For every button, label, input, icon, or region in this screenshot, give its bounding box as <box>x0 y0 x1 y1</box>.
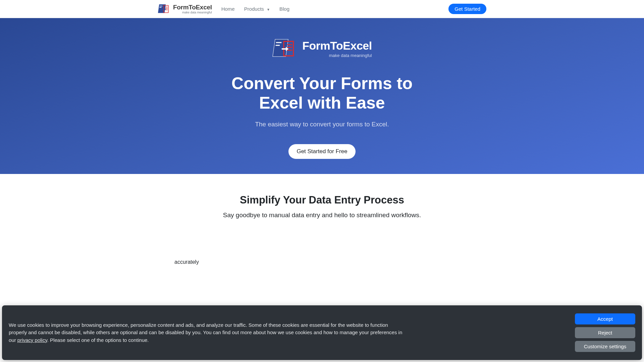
nav-products-dropdown[interactable]: Products ▼ <box>244 6 270 12</box>
hero-subtitle: The easiest way to convert your forms to… <box>7 121 637 128</box>
get-started-button[interactable]: Get Started <box>448 4 486 14</box>
feature-partial-text: accurately <box>174 259 262 265</box>
svg-rect-8 <box>287 47 292 48</box>
section-title: Simplify Your Data Entry Process <box>7 194 637 206</box>
brand-logo-link[interactable]: FormToExcel make data meaningful <box>158 3 212 15</box>
hero-brand-name: FormToExcel <box>302 40 372 51</box>
nav-products-label: Products <box>244 6 264 12</box>
brand-tagline: make data meaningful <box>182 11 212 14</box>
nav-left: FormToExcel make data meaningful Home Pr… <box>158 3 289 15</box>
svg-rect-3 <box>165 8 168 9</box>
navbar: FormToExcel make data meaningful Home Pr… <box>0 0 644 18</box>
brand-logo-icon <box>158 3 170 15</box>
svg-rect-9 <box>287 50 292 51</box>
svg-rect-6 <box>276 45 280 46</box>
brand-name: FormToExcel <box>173 4 212 10</box>
hero-logo: FormToExcel make data meaningful <box>272 37 372 61</box>
nav-blog[interactable]: Blog <box>279 6 289 12</box>
svg-rect-5 <box>276 42 282 43</box>
nav-home[interactable]: Home <box>221 6 235 12</box>
svg-rect-1 <box>159 7 161 8</box>
features-row: accurately <box>158 259 486 265</box>
chevron-down-icon: ▼ <box>267 8 270 11</box>
nav-links: Home Products ▼ Blog <box>221 6 289 12</box>
hero-brand-text: FormToExcel make data meaningful <box>302 40 372 58</box>
simplify-section: Simplify Your Data Entry Process Say goo… <box>0 174 644 232</box>
svg-rect-2 <box>165 7 168 7</box>
get-started-free-button[interactable]: Get Started for Free <box>288 144 355 159</box>
svg-rect-7 <box>287 44 292 45</box>
hero-logo-icon <box>272 37 296 61</box>
section-subtitle: Say goodbye to manual data entry and hel… <box>7 212 637 219</box>
navbar-inner: FormToExcel make data meaningful Home Pr… <box>158 3 486 15</box>
svg-rect-4 <box>165 9 168 10</box>
hero-headline: Convert Your Forms to Excel with Ease <box>215 74 429 113</box>
hero-brand-tagline: make data meaningful <box>329 53 372 58</box>
hero-section: FormToExcel make data meaningful Convert… <box>0 18 644 174</box>
svg-rect-0 <box>160 6 162 6</box>
brand-text-group: FormToExcel make data meaningful <box>173 4 212 14</box>
